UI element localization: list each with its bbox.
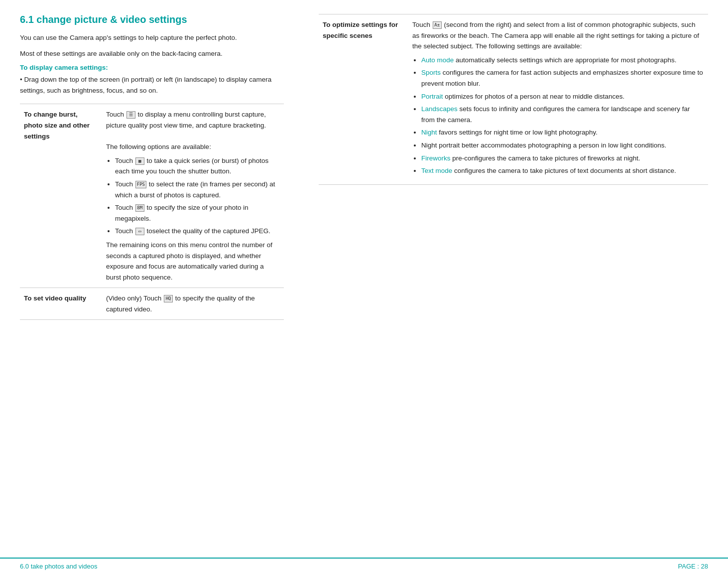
scene-auto-text: automatically selects settings which are…: [456, 56, 676, 64]
list-item: Touch FPS to select the rate (in frames …: [115, 179, 280, 200]
list-item: Touch ▦ to take a quick series (or burst…: [115, 155, 280, 177]
video-text-before: (Video only) Touch: [106, 294, 163, 302]
scene-sports: Sports: [421, 69, 441, 76]
scene-landscapes-text: sets focus to infinity and configures th…: [421, 105, 690, 124]
burst-icon: ▦: [135, 157, 144, 165]
row-label: To set video quality: [20, 288, 102, 320]
main-content: 6.1 change picture & video settings You …: [0, 0, 728, 558]
list-item: Touch 8M to specify the size of your pho…: [115, 202, 280, 224]
scene-night-text: favors settings for night time or low li…: [439, 129, 598, 136]
fps-icon: FPS: [135, 181, 146, 188]
list-item: Auto mode automatically selects settings…: [421, 55, 704, 66]
scene-fireworks: Fireworks: [421, 154, 451, 162]
touch-word: Touch: [412, 21, 432, 28]
touch-label: Touch: [115, 204, 135, 211]
jpeg-text: toselect the quality of the captured JPE…: [147, 227, 270, 235]
8m-icon: 8M: [135, 204, 144, 212]
intro-line2: Most of these settings are available onl…: [20, 48, 284, 59]
scene-night: Night: [421, 129, 437, 136]
scene-auto-mode: Auto mode: [421, 56, 454, 64]
touch-label: Touch: [115, 227, 135, 235]
left-column: 6.1 change picture & video settings You …: [20, 14, 304, 528]
scene-text-mode: Text mode: [421, 167, 452, 174]
display-camera-text: • Drag down the top of the screen (in po…: [20, 74, 284, 96]
touch-word: Touch: [106, 111, 126, 118]
scene-icon: A±: [433, 21, 442, 29]
row-content: Touch A± (second from the right) and sel…: [408, 14, 708, 185]
footer-left: 6.0 take photos and videos: [20, 563, 97, 570]
page-container: 6.1 change picture & video settings You …: [0, 0, 728, 574]
row-content: Touch ☰ to display a menu controlling bu…: [102, 104, 284, 288]
list-item: Touch ▭ toselect the quality of the capt…: [115, 226, 280, 237]
options-header: The following options are available:: [106, 143, 211, 150]
remaining-text: The remaining icons on this menu control…: [106, 241, 272, 281]
scene-text-mode-text: configures the camera to take pictures o…: [454, 167, 676, 174]
list-item: Sports configures the camera for fast ac…: [421, 67, 704, 89]
scene-portrait-text: optimizes for photos of a person at near…: [445, 93, 624, 100]
display-camera-header: To display camera settings:: [20, 64, 284, 71]
row-content: (Video only) Touch HQ to specify the qua…: [102, 288, 284, 320]
right-settings-table: To optimize settings for specific scenes…: [319, 14, 708, 185]
touch-label: Touch: [115, 157, 135, 164]
touch-label: Touch: [115, 180, 135, 188]
footer-right: PAGE : 28: [678, 563, 708, 570]
list-item: Fireworks pre-configures the camera to t…: [421, 153, 704, 164]
right-column: To optimize settings for specific scenes…: [304, 14, 708, 528]
hq-icon: HQ: [164, 295, 173, 302]
scene-portrait: Portrait: [421, 93, 443, 100]
intro-line1: You can use the Camera app's settings to…: [20, 32, 284, 43]
scene-intro: (second from the right) and select from …: [412, 21, 699, 50]
scene-night-portrait-text: Night portrait better accommodates photo…: [421, 142, 666, 149]
table-row: To optimize settings for specific scenes…: [319, 14, 708, 185]
list-item: Landscapes sets focus to infinity and co…: [421, 104, 704, 125]
table-row: To set video quality (Video only) Touch …: [20, 288, 284, 320]
scene-fireworks-text: pre-configures the camera to take pictur…: [452, 154, 640, 162]
page-title: 6.1 change picture & video settings: [20, 14, 284, 25]
list-item: Night favors settings for night time or …: [421, 127, 704, 138]
scene-list: Auto mode automatically selects settings…: [412, 55, 704, 176]
row-label: To change burst, photo size and other se…: [20, 104, 102, 288]
row-label: To optimize settings for specific scenes: [319, 14, 408, 185]
menu-icon: ☰: [126, 111, 135, 119]
left-settings-table: To change burst, photo size and other se…: [20, 104, 284, 320]
scene-landscapes: Landscapes: [421, 105, 458, 113]
table-row: To change burst, photo size and other se…: [20, 104, 284, 288]
list-item: Text mode configures the camera to take …: [421, 165, 704, 176]
list-item: Night portrait better accommodates photo…: [421, 140, 704, 151]
footer: 6.0 take photos and videos PAGE : 28: [0, 558, 728, 574]
list-item: Portrait optimizes for photos of a perso…: [421, 91, 704, 102]
options-list: Touch ▦ to take a quick series (or burst…: [106, 155, 280, 237]
jpeg-icon: ▭: [135, 228, 144, 235]
scene-sports-text: configures the camera for fast action su…: [421, 69, 703, 87]
